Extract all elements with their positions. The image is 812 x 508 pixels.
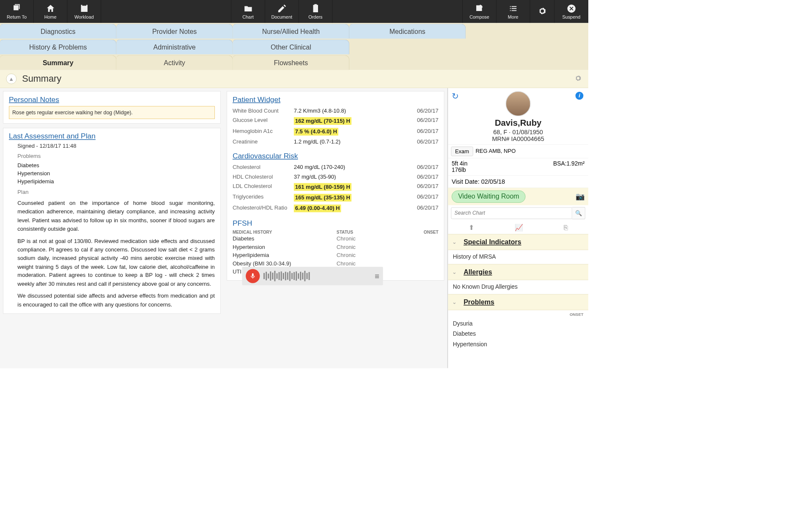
lab-row: HDL Cholesterol37 mg/dL (35-90)06/20/17 [233,172,439,181]
pfsh-link[interactable]: PFSH [233,219,439,227]
patient-widget-card: Patient Widget White Blood Count7.2 K/mm… [227,91,444,281]
special-indicators-body: History of MRSA [448,250,588,264]
scroll-up-button[interactable]: ▲ [6,74,16,84]
lab-value: 165 mg/dL (35-135) H [294,194,402,202]
tab-diagnostics[interactable]: Diagnostics [0,24,116,39]
exam-chip[interactable]: Exam [451,146,473,156]
special-indicators-accordion[interactable]: ⌄ Special Indicators [448,234,588,250]
cv-risk-link[interactable]: Cardiovascular Risk [233,152,439,160]
content-wrap: Personal Notes Rose gets regular exercis… [0,88,588,368]
pfsh-row: DiabetesChronic [233,235,439,243]
workload-button[interactable]: Workload [67,0,101,23]
lab-date: 06/20/17 [402,194,439,200]
bsa-value: 1.92m² [566,160,584,166]
chevron-down-icon: ⌄ [452,239,457,246]
trend-icon[interactable]: 📈 [515,224,523,232]
tab-medications[interactable]: Medications [349,24,466,39]
orders-button[interactable]: Orders [299,0,332,23]
info-icon[interactable]: i [576,92,584,100]
onset-label: ONSET [448,310,588,318]
return-to-button[interactable]: Return To [0,0,34,23]
tab-activity[interactable]: Activity [116,55,233,70]
pfsh-row: HyperlipidemiaChronic [233,251,439,260]
upload-icon[interactable]: ⬆ [469,224,474,232]
plan-paragraph: BP is at not at goal of 130/80. Reviewed… [17,237,215,288]
lab-label: Cholesterol [233,164,294,171]
plan-label: Plan [17,189,215,195]
camera-icon[interactable]: 📷 [576,192,585,201]
search-icon[interactable]: 🔍 [572,207,585,219]
visit-row: Visit Date: 02/05/18 [448,175,588,188]
page-settings-gear-icon[interactable] [574,74,582,83]
chevron-down-icon: ⌄ [452,269,457,276]
page-title: Summary [22,74,61,84]
lab-row: Hemoglobin A1c7.5 % (4.0-6.0) H06/20/17 [233,126,439,137]
lab-row: White Blood Count7.2 K/mm3 (4.8-10.8)06/… [233,106,439,116]
tab-history-problems[interactable]: History & Problems [0,39,116,54]
suspend-button[interactable]: Suspend [554,0,588,23]
plan-paragraph: Counseled patient on the importance of h… [17,199,215,233]
compose-icon [475,3,484,13]
lab-value: 37 mg/dL (35-90) [294,174,402,180]
more-button[interactable]: More [497,0,530,23]
settings-button[interactable] [530,0,554,23]
search-chart-input[interactable] [451,207,572,219]
folder-icon [243,3,253,13]
vitals-row: 5ft 4in176lb BSA:1.92m² [448,158,588,175]
problem-item: Diabetes [17,161,215,169]
lab-label: Triglycerides [233,194,294,200]
lab-row: Glucose Level162 mg/dL (70-115) H06/20/1… [233,116,439,126]
lab-row: LDL Cholesterol161 mg/dL (80-159) H06/20… [233,182,439,192]
lab-date: 06/20/17 [402,108,439,114]
personal-notes-card: Personal Notes Rose gets regular exercis… [3,91,220,124]
tab-summary[interactable]: Summary [0,55,116,70]
dictation-menu-icon[interactable]: ≡ [375,271,379,281]
video-waiting-row: Video Waiting Room 📷 [448,188,588,205]
document-button[interactable]: Document [265,0,299,23]
signed-line: Signed - 12/18/17 11:48 [17,143,215,149]
tab-provider-notes[interactable]: Provider Notes [116,24,233,39]
pfsh-header: MEDICAL HISTORYSTATUSONSET [233,230,439,235]
device-icon[interactable]: ⎘ [564,224,568,232]
lab-date: 06/20/17 [402,128,439,134]
top-toolbar: Return To Home Workload Chart Document O… [0,0,588,23]
problems-accordion[interactable]: ⌄ Problems [448,294,588,310]
lab-label: LDL Cholesterol [233,183,294,190]
allergies-accordion[interactable]: ⌄ Allergies [448,264,588,280]
tab-nurse-allied[interactable]: Nurse/Allied Health [233,24,349,39]
pencil-icon [277,3,287,13]
refresh-icon[interactable]: ↻ [452,91,459,101]
chevron-down-icon: ⌄ [452,299,457,306]
lab-label: Glucose Level [233,117,294,124]
patient-age-dob: 68, F · 01/08/1950 [448,129,588,136]
home-icon [46,3,55,13]
microphone-icon[interactable] [246,269,260,283]
home-button[interactable]: Home [34,0,68,23]
dictation-overlay[interactable]: ≡ [242,267,383,285]
last-assessment-heading: Last Assessment and Plan [9,132,96,141]
tab-other-clinical[interactable]: Other Clinical [233,39,349,54]
video-waiting-button[interactable]: Video Waiting Room [452,190,526,203]
stack-icon [12,3,22,13]
chart-button[interactable]: Chart [231,0,265,23]
compose-button[interactable]: Compose [463,0,497,23]
lab-label: Hemoglobin A1c [233,128,294,134]
personal-note-text: Rose gets regular exercise walking her d… [9,106,215,119]
column-right: Patient Widget White Blood Count7.2 K/mm… [224,88,447,368]
lab-label: HDL Cholesterol [233,174,294,180]
patient-panel: ↻ i Davis,Ruby 68, F · 01/08/1950 MRN# I… [447,88,588,368]
last-assessment-card: Last Assessment and Plan Signed - 12/18/… [3,128,220,314]
clipboard-list-icon [310,3,320,13]
patient-widget-link[interactable]: Patient Widget [233,95,280,104]
tab-administrative[interactable]: Administrative [116,39,233,54]
problem-row: Dysuria [453,318,584,329]
lab-value: 7.5 % (4.0-6.0) H [294,128,402,135]
column-left: Personal Notes Rose gets regular exercis… [0,88,224,368]
tab-flowsheets[interactable]: Flowsheets [233,55,349,70]
main-content: Personal Notes Rose gets regular exercis… [0,88,447,368]
lab-label: Creatinine [233,138,294,145]
personal-notes-link[interactable]: Personal Notes [9,95,59,104]
problem-item: Hyperlipidemia [17,177,215,185]
toolbar-spacer [101,0,231,23]
lab-row: Cholesterol/HDL Ratio6.49 (0.00-4.40) H0… [233,203,439,214]
